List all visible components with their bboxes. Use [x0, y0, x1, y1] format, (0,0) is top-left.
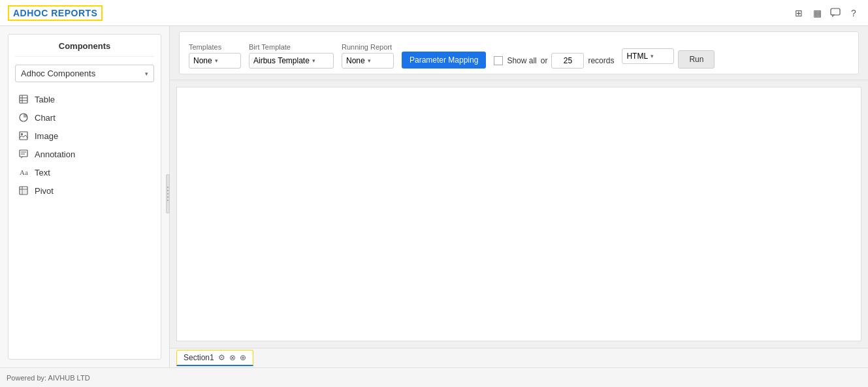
toolbar-container: Templates None ▾ Birt Template Airbus Te…: [170, 26, 868, 80]
image-label: Image: [35, 131, 58, 141]
format-group: HTML ▾ Run: [622, 44, 715, 69]
section-add-icon[interactable]: ⊕: [240, 353, 246, 362]
templates-group: Templates None ▾: [189, 43, 241, 69]
annotation-component-icon: [18, 148, 29, 160]
component-item-image[interactable]: Image: [15, 127, 154, 145]
component-list: Table Chart: [15, 90, 154, 200]
component-item-text[interactable]: Aa Text: [15, 163, 154, 181]
footer: Powered by: AIVHUB LTD: [0, 367, 868, 387]
running-report-group: Running Report None ▾: [342, 43, 394, 69]
chat-icon[interactable]: [829, 7, 842, 20]
question-icon[interactable]: ?: [847, 7, 860, 20]
templates-chevron: ▾: [215, 57, 218, 64]
dropdown-chevron: ▾: [145, 70, 148, 77]
table-icon[interactable]: ▦: [811, 7, 824, 20]
svg-text:Aa: Aa: [20, 168, 28, 176]
dropdown-label: Adhoc Components: [21, 69, 95, 78]
svg-rect-8: [20, 150, 27, 157]
svg-rect-1: [20, 95, 27, 103]
sidebar: Components Adhoc Components ▾ Table: [0, 26, 170, 367]
annotation-label: Annotation: [35, 149, 75, 159]
parameter-mapping-button[interactable]: Parameter Mapping: [402, 52, 486, 69]
running-chevron: ▾: [368, 57, 371, 64]
pivot-component-icon: [18, 185, 29, 196]
svg-rect-15: [22, 189, 27, 194]
birt-chevron: ▾: [312, 57, 315, 64]
component-item-annotation[interactable]: Annotation: [15, 145, 154, 163]
templates-value: None: [193, 56, 212, 65]
toolbar: Templates None ▾ Birt Template Airbus Te…: [179, 31, 859, 74]
section-bar: Section1 ⚙ ⊗ ⊕: [170, 348, 868, 367]
component-item-table[interactable]: Table: [15, 90, 154, 108]
footer-text: Powered by: AIVHUB LTD: [7, 374, 90, 382]
app-title: ADHOC REPORTS: [8, 5, 103, 21]
component-item-chart[interactable]: Chart: [15, 108, 154, 127]
birt-template-label: Birt Template: [249, 43, 334, 51]
records-input[interactable]: 25: [551, 53, 584, 69]
birt-value: Airbus Template: [253, 56, 310, 65]
show-all-group: Show all or 25 records: [494, 53, 614, 69]
running-report-select[interactable]: None ▾: [342, 53, 394, 69]
chart-label: Chart: [35, 113, 56, 123]
pivot-label: Pivot: [35, 186, 54, 196]
grid-icon[interactable]: ⊞: [792, 7, 805, 20]
table-label: Table: [35, 95, 55, 104]
running-value: None: [346, 56, 365, 65]
section-tab-label: Section1: [184, 353, 214, 362]
top-icon-group: ⊞ ▦ ?: [792, 7, 860, 20]
birt-template-select[interactable]: Airbus Template ▾: [249, 53, 334, 69]
templates-select[interactable]: None ▾: [189, 53, 241, 69]
templates-label: Templates: [189, 43, 241, 51]
content-area: Templates None ▾ Birt Template Airbus Te…: [170, 26, 868, 367]
text-component-icon: Aa: [18, 166, 29, 178]
chart-component-icon: [18, 112, 29, 123]
section-close-icon[interactable]: ⊗: [229, 353, 236, 362]
format-select[interactable]: HTML ▾: [622, 48, 674, 64]
section-settings-icon[interactable]: ⚙: [218, 353, 225, 362]
show-all-checkbox[interactable]: [494, 56, 503, 65]
format-value: HTML: [626, 52, 648, 61]
svg-point-7: [21, 133, 23, 135]
records-label: records: [588, 56, 614, 65]
sidebar-title: Components: [15, 41, 154, 57]
table-component-icon: [18, 93, 29, 105]
adhoc-components-dropdown[interactable]: Adhoc Components ▾: [15, 65, 154, 82]
run-button[interactable]: Run: [678, 50, 715, 69]
component-item-pivot[interactable]: Pivot: [15, 181, 154, 200]
svg-rect-0: [831, 8, 840, 15]
work-area: [176, 87, 861, 341]
section-tab[interactable]: Section1 ⚙ ⊗ ⊕: [176, 350, 253, 366]
show-all-label: Show all: [507, 56, 536, 65]
or-label: or: [541, 56, 548, 65]
resize-handle[interactable]: [166, 174, 170, 213]
running-report-label: Running Report: [342, 43, 394, 51]
image-component-icon: [18, 130, 29, 142]
text-label: Text: [35, 168, 50, 178]
format-chevron: ▾: [651, 53, 654, 59]
birt-template-group: Birt Template Airbus Template ▾: [249, 43, 334, 69]
